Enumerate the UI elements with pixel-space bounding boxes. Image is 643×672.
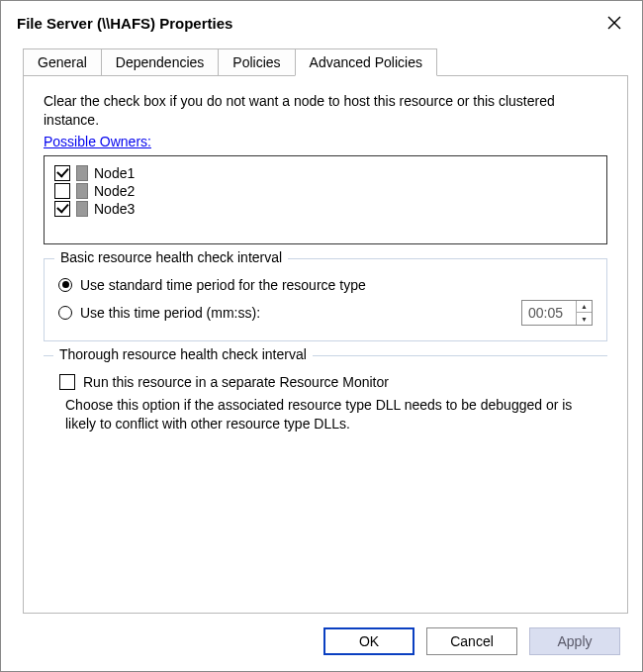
properties-dialog: File Server (\\HAFS) Properties General … [0, 0, 643, 672]
owner-label: Node1 [94, 165, 135, 181]
possible-owners-link[interactable]: Possible Owners: [44, 134, 151, 149]
radio-label: Use standard time period for the resourc… [80, 277, 366, 293]
radio-custom-period[interactable]: Use this time period (mm:ss): [58, 305, 260, 321]
time-period-spinner[interactable]: ▲ ▼ [521, 300, 593, 326]
close-button[interactable] [600, 9, 628, 37]
window-title: File Server (\\HAFS) Properties [17, 15, 232, 32]
tab-strip: General Dependencies Policies Advanced P… [23, 48, 628, 75]
radio-button[interactable] [58, 278, 72, 292]
server-icon [76, 183, 88, 199]
thorough-health-check-group: Thorough resource health check interval … [44, 355, 607, 437]
server-icon [76, 201, 88, 217]
radio-standard-period[interactable]: Use standard time period for the resourc… [58, 277, 593, 293]
basic-health-check-group: Basic resource health check interval Use… [44, 258, 607, 341]
close-icon [607, 16, 621, 30]
owner-row-node2[interactable]: Node2 [54, 182, 597, 200]
cancel-button[interactable]: Cancel [426, 627, 517, 655]
radio-label: Use this time period (mm:ss): [80, 305, 260, 321]
basic-group-title: Basic resource health check interval [54, 249, 288, 265]
possible-owners-list: Node1 Node2 Node3 [44, 155, 607, 244]
thorough-group-title: Thorough resource health check interval [53, 346, 313, 362]
dialog-button-row: OK Cancel Apply [1, 614, 642, 671]
radio-button[interactable] [58, 306, 72, 320]
server-icon [76, 165, 88, 181]
apply-button: Apply [529, 627, 620, 655]
separate-monitor-label: Run this resource in a separate Resource… [83, 374, 389, 390]
owner-checkbox[interactable] [54, 201, 70, 217]
owner-row-node3[interactable]: Node3 [54, 200, 597, 218]
tab-panel-advanced-policies: Clear the check box if you do not want a… [23, 75, 628, 614]
tab-policies[interactable]: Policies [218, 48, 295, 75]
spinner-up-button[interactable]: ▲ [577, 301, 592, 314]
tab-dependencies[interactable]: Dependencies [101, 48, 220, 75]
ok-button[interactable]: OK [323, 627, 414, 655]
tab-general[interactable]: General [23, 48, 102, 75]
titlebar: File Server (\\HAFS) Properties [1, 1, 642, 43]
time-period-input[interactable] [522, 303, 576, 323]
tab-advanced-policies[interactable]: Advanced Policies [295, 48, 437, 76]
owner-checkbox[interactable] [54, 165, 70, 181]
owner-label: Node3 [94, 201, 135, 217]
owner-row-node1[interactable]: Node1 [54, 164, 597, 182]
separate-monitor-description: Choose this option if the associated res… [65, 396, 603, 433]
spinner-down-button[interactable]: ▼ [577, 313, 592, 325]
intro-text: Clear the check box if you do not want a… [44, 92, 607, 130]
separate-monitor-checkbox-row[interactable]: Run this resource in a separate Resource… [59, 374, 603, 390]
separate-monitor-checkbox[interactable] [59, 374, 75, 390]
owner-checkbox[interactable] [54, 183, 70, 199]
owner-label: Node2 [94, 183, 135, 199]
